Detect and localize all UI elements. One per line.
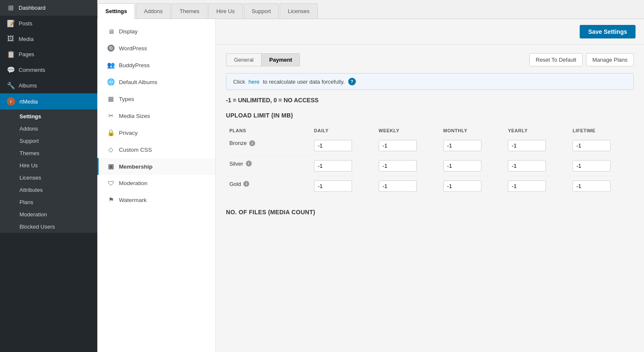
sidebar-item-themes[interactable]: Themes [0,147,97,159]
sub-tab-actions: Reset To Default Manage Plans [529,53,634,66]
sub-tab-general[interactable]: General [226,53,261,66]
pages-label: Pages [19,51,34,57]
sidebar-item-licenses[interactable]: Licenses [0,172,97,184]
col-monthly: MONTHLY [440,126,505,136]
reset-to-default-button[interactable]: Reset To Default [529,53,583,66]
input-silver-yearly[interactable] [508,160,546,172]
info-bar-text-after: to recalculate user data forcefully. [263,79,344,85]
table-row: Bronze i [226,136,634,156]
col-yearly: YEARLY [504,126,569,136]
settings-nav-privacy[interactable]: 🔒 Privacy [97,124,215,141]
plan-silver-lifetime [569,156,634,176]
plan-info-icon[interactable]: i [243,181,249,187]
media-icon: 🖼 [7,35,14,43]
sidebar-item-rtmedia[interactable]: r rtMedia [0,93,97,109]
input-silver-monthly[interactable] [443,160,482,172]
plan-gold-monthly [440,176,505,196]
upload-limit-title: UPLOAD LIMIT (IN MB) [226,112,634,119]
rtmedia-label: rtMedia [19,98,38,105]
manage-plans-button[interactable]: Manage Plans [586,53,634,66]
sidebar-item-hire-us[interactable]: Hire Us [0,159,97,172]
settings-active-label: Settings [0,109,97,123]
input-bronze-daily[interactable] [314,140,352,151]
media-sizes-icon: ✂ [107,112,115,120]
settings-nav-buddypress[interactable]: 👥 BuddyPress [97,57,215,74]
settings-nav-wordpress[interactable]: 🔘 WordPress [97,40,215,57]
sidebar-item-comments[interactable]: 💬 Comments [0,62,97,78]
default-albums-icon: 🌐 [107,78,115,86]
settings-nav-watermark[interactable]: ⚑ Watermark [97,191,215,208]
sidebar-item-attributes[interactable]: Attributes [0,184,97,196]
settings-nav-default-albums[interactable]: 🌐 Default Albums [97,74,215,90]
tab-settings[interactable]: Settings [97,3,135,19]
sidebar-item-media[interactable]: 🖼 Media [0,31,97,46]
input-bronze-monthly[interactable] [443,140,482,151]
tab-bar: Settings Addons Themes Hire Us Support L… [97,0,644,19]
table-row: Silver i [226,156,634,176]
input-gold-yearly[interactable] [508,180,546,192]
plan-gold-daily [311,176,375,196]
settings-nav-custom-css[interactable]: ◇ Custom CSS [97,141,215,158]
input-gold-lifetime[interactable] [572,180,611,192]
sub-tab-bar: General Payment Reset To Default Manage … [226,53,634,66]
plan-gold-lifetime [569,176,634,196]
sidebar-item-pages[interactable]: 📋 Pages [0,46,97,62]
input-gold-monthly[interactable] [443,180,482,192]
posts-label: Posts [19,20,33,27]
input-bronze-weekly[interactable] [379,140,417,151]
posts-icon: 📝 [7,19,14,27]
sidebar-item-blocked-users[interactable]: Blocked Users [0,221,97,233]
sidebar-item-plans[interactable]: Plans [0,196,97,208]
plan-gold-yearly [504,176,569,196]
input-bronze-yearly[interactable] [508,140,546,151]
moderation-icon: 🛡 [107,180,115,187]
settings-nav-display[interactable]: 🖥 Display [97,23,215,40]
info-bar-text-before: Click [233,79,245,85]
wordpress-label: WordPress [119,45,147,52]
default-albums-label: Default Albums [119,79,157,85]
settings-panel: Save Settings General Payment Reset To D… [216,19,644,352]
types-label: Types [119,96,134,102]
display-label: Display [119,28,138,35]
sidebar-item-dashboard[interactable]: ⊞ Dashboard [0,0,97,16]
plan-name-silver: Silver i [226,156,311,171]
tab-addons[interactable]: Addons [136,3,171,19]
settings-nav-moderation[interactable]: 🛡 Moderation [97,175,215,191]
save-settings-button[interactable]: Save Settings [580,25,636,38]
plan-info-icon[interactable]: i [246,161,252,166]
privacy-icon: 🔒 [107,129,115,136]
settings-nav-types[interactable]: ▦ Types [97,90,215,107]
col-weekly: WEEKLY [375,126,440,136]
tab-support[interactable]: Support [244,3,279,19]
plans-table-upload: PLANS DAILY WEEKLY MONTHLY YEARLY LIFETI… [226,126,634,196]
watermark-icon: ⚑ [107,196,115,204]
sidebar-item-addons[interactable]: Addons [0,123,97,135]
settings-nav-membership[interactable]: ▣ Membership [97,158,215,175]
panel-top-bar: Save Settings [216,19,644,45]
main-area: Settings Addons Themes Hire Us Support L… [97,0,644,352]
input-silver-lifetime[interactable] [572,160,611,172]
sidebar-item-albums[interactable]: 🔧 Albums [0,78,97,93]
tab-hire-us[interactable]: Hire Us [208,3,242,19]
sub-tab-payment[interactable]: Payment [261,53,300,66]
input-bronze-lifetime[interactable] [572,140,611,151]
tab-themes[interactable]: Themes [171,3,207,19]
input-silver-weekly[interactable] [379,160,417,172]
tab-licenses[interactable]: Licenses [280,3,317,19]
comments-label: Comments [19,67,45,73]
plan-name-bronze: Bronze i [226,136,311,150]
membership-label: Membership [119,164,153,170]
plan-info-icon[interactable]: i [249,140,255,146]
media-count-title: NO. OF FILES (MEDIA COUNT) [226,209,634,216]
input-gold-daily[interactable] [314,180,352,192]
input-gold-weekly[interactable] [379,180,417,192]
info-bar: Click here to recalculate user data forc… [226,73,634,90]
help-icon[interactable]: ? [348,78,356,85]
settings-nav-media-sizes[interactable]: ✂ Media Sizes [97,107,215,124]
sidebar-item-posts[interactable]: 📝 Posts [0,16,97,31]
input-silver-daily[interactable] [314,160,352,172]
sidebar-item-support[interactable]: Support [0,135,97,147]
sidebar-item-moderation[interactable]: Moderation [0,208,97,221]
plan-silver-daily [311,156,375,176]
info-bar-link[interactable]: here [248,79,259,85]
